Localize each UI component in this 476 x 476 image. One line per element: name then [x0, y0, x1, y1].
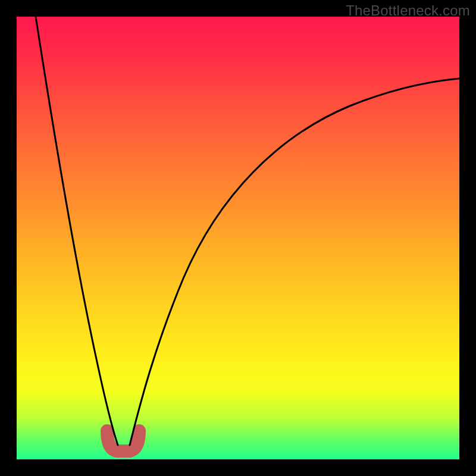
chart-svg — [17, 17, 459, 459]
curve-left — [36, 17, 118, 445]
trough-marker — [107, 431, 139, 451]
curve-right — [130, 79, 459, 445]
chart-frame: TheBottleneck.com — [0, 0, 476, 476]
chart-plot-area — [17, 17, 459, 459]
